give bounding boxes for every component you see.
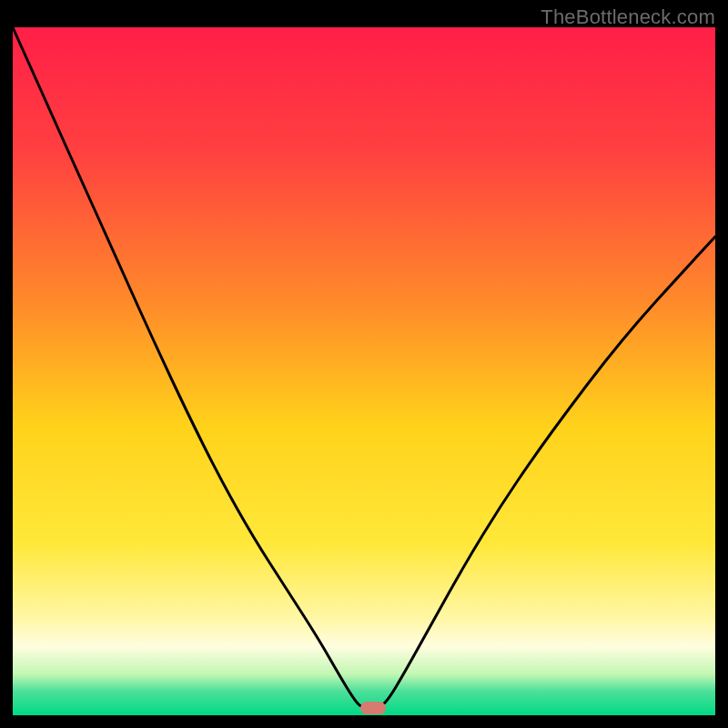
chart-frame <box>13 27 715 715</box>
optimal-marker <box>360 702 386 714</box>
bottleneck-curve <box>13 27 715 715</box>
watermark-text: TheBottleneck.com <box>541 5 715 29</box>
plot-area <box>13 27 715 715</box>
